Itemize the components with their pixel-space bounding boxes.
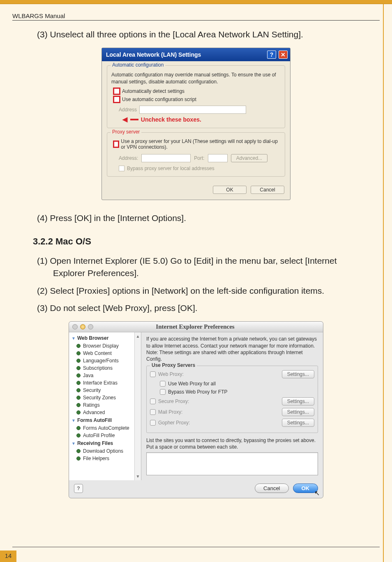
traffic-zoom-icon[interactable] [88,324,93,329]
sidebar-item[interactable]: Java [69,372,141,379]
bypass-local-checkbox[interactable] [119,166,125,171]
proxy-server-legend: Proxy server [111,129,141,135]
mac-preferences-dialog: Internet Explorer Preferences ▼Web Brows… [69,321,323,498]
use-proxy-servers-legend: Use Proxy Servers [150,362,197,368]
bypass-local-label: Bypass proxy server for local addresses [127,166,214,171]
web-proxy-settings-button[interactable]: Settings... [282,370,314,378]
mail-proxy-label: Mail Proxy: [158,409,182,415]
section-heading: 3.2.2 Mac O/S [33,236,359,247]
mac-intro-text: If you are accessing the Internet from a… [146,336,318,362]
proxy-port-label: Port: [194,155,204,161]
secure-settings-button[interactable]: Settings... [282,397,314,405]
sidebar-cat-receiving: Receiving Files [77,440,113,446]
sidebar-item[interactable]: Forms AutoComplete [69,424,141,432]
sidebar[interactable]: ▼Web Browser Browser Display Web Content… [69,332,141,480]
disclosure-icon[interactable]: ▼ [71,441,76,446]
sidebar-item[interactable]: Interface Extras [69,379,141,387]
secure-proxy-label: Secure Proxy: [158,398,189,404]
proxy-address-input[interactable] [141,154,191,162]
address-label: Address [119,107,137,113]
traffic-minimize-icon[interactable] [80,324,85,329]
mac-cancel-button[interactable]: Cancel [255,484,288,493]
proxy-server-group: Proxy server Use a proxy server for your… [107,132,285,177]
uncheck-annotation: ◄ Uncheck these boxes. [120,116,281,123]
sidebar-cat-web-browser: Web Browser [77,335,108,341]
cancel-button[interactable]: Cancel [251,186,284,194]
web-proxy-label: Web Proxy: [158,371,184,377]
disclosure-icon[interactable]: ▼ [71,336,76,341]
uncheck-hint-text: Uncheck these boxes. [141,116,201,123]
mac-step-1b: Explorer Preferences]. [37,267,359,279]
sidebar-item[interactable]: Download Options [69,447,141,455]
use-proxy-servers-group: Use Proxy Servers Web Proxy: Settings...… [146,366,318,433]
auto-script-label: Use automatic configuration script [122,97,196,102]
sidebar-item[interactable]: Security [69,387,141,394]
use-proxy-checkbox[interactable] [114,141,118,147]
sidebar-item[interactable]: Web Content [69,350,141,357]
auto-detect-label: Automatically detect settings [122,88,184,94]
sidebar-item[interactable]: Language/Fonts [69,357,141,364]
automatic-config-desc: Automatic configuration may override man… [111,71,281,85]
scroll-down-icon[interactable]: ▼ [136,474,140,479]
disclosure-icon[interactable]: ▼ [71,418,76,423]
web-proxy-checkbox[interactable] [150,371,156,377]
sidebar-item[interactable]: Ratings [69,401,141,409]
bypass-sites-input[interactable] [146,452,318,475]
address-input[interactable] [139,106,246,114]
gopher-proxy-checkbox[interactable] [150,420,156,426]
proxy-address-label: Address: [119,155,138,161]
bypass-note: List the sites you want to connect to di… [146,437,318,450]
mac-help-button[interactable]: ? [74,484,83,493]
lan-settings-dialog: Local Area Network (LAN) Settings ? ✕ Au… [101,48,291,200]
secure-proxy-checkbox[interactable] [150,398,156,404]
ok-button[interactable]: OK [213,186,247,194]
mail-proxy-checkbox[interactable] [150,409,156,415]
use-proxy-label: Use a proxy server for your LAN (These s… [121,138,281,150]
mac-step-1a: (1) Open Internet Explorer (IE 5.0) Go t… [37,255,359,267]
mac-step-3: (3) Do not select [Web Proxy], press [OK… [37,302,359,314]
gopher-proxy-label: Gopher Proxy: [158,420,190,426]
automatic-config-group: Automatic configuration Automatic config… [107,65,285,128]
proxy-port-input[interactable] [208,154,228,162]
dialog-title: Local Area Network (LAN) Settings [106,51,265,58]
page-number: 14 [0,550,16,562]
traffic-close-icon[interactable] [72,324,78,329]
automatic-config-legend: Automatic configuration [111,62,165,68]
sidebar-item[interactable]: Subscriptions [69,364,141,372]
use-all-checkbox[interactable] [160,381,166,387]
help-button[interactable]: ? [267,51,276,59]
auto-script-checkbox[interactable] [114,97,120,102]
mac-dialog-title: Internet Explorer Preferences [96,323,295,330]
advanced-button[interactable]: Advanced... [231,154,267,162]
instruction-4: (4) Press [OK] in the [Internet Options]… [37,212,359,224]
bypass-ftp-checkbox[interactable] [160,389,166,395]
close-button[interactable]: ✕ [279,51,288,59]
sidebar-item[interactable]: Browser Display [69,342,141,350]
sidebar-item[interactable]: File Helpers [69,455,141,462]
scroll-up-icon[interactable]: ▲ [136,334,140,339]
sidebar-cat-forms: Forms AutoFill [77,417,112,423]
bypass-ftp-label: Bypass Web Proxy for FTP [168,389,228,395]
page-header: WLBARGS Manual [12,12,380,21]
gopher-settings-button[interactable]: Settings... [282,419,314,427]
sidebar-item[interactable]: Security Zones [69,394,141,401]
auto-detect-checkbox[interactable] [114,88,120,94]
sidebar-scrollbar[interactable]: ▲▼ [134,332,141,480]
instruction-3: (3) Unselect all three options in the [L… [37,29,359,40]
use-all-label: Use Web Proxy for all [168,381,216,387]
left-arrow-icon: ◄ [120,117,129,122]
cursor-icon: ↖ [314,489,320,497]
sidebar-item[interactable]: AutoFill Profile [69,432,141,439]
mac-step-2: (2) Select [Proxies] options in [Network… [37,285,359,297]
mail-settings-button[interactable]: Settings... [282,408,314,416]
sidebar-item[interactable]: Advanced [69,409,141,416]
